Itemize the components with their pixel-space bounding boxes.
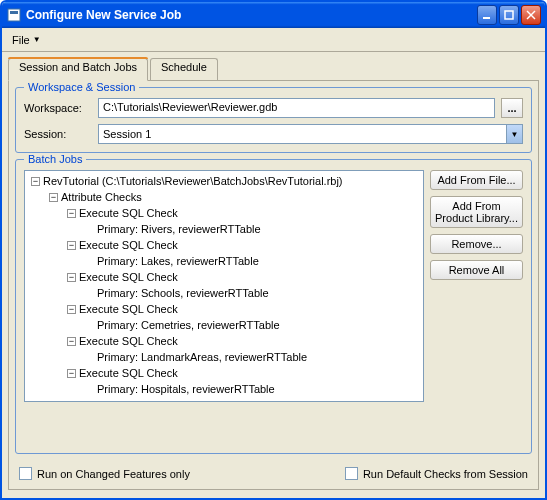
tree-row: Primary: LandmarkAreas, reviewerRTTable: [27, 349, 343, 365]
collapse-icon[interactable]: −: [49, 193, 58, 202]
button-label: Remove...: [451, 238, 501, 250]
collapse-icon[interactable]: −: [67, 209, 76, 218]
workspace-value: C:\Tutorials\Reviewer\Reviewer.gdb: [103, 101, 277, 113]
button-label: Product Library...: [435, 212, 518, 224]
tree-node-attr-checks[interactable]: Attribute Checks: [61, 189, 142, 205]
file-menu[interactable]: File ▼: [6, 32, 47, 48]
session-label: Session:: [24, 128, 92, 140]
group-title: Batch Jobs: [24, 153, 86, 165]
tree-node-sql-check[interactable]: Execute SQL Check: [79, 365, 178, 381]
collapse-icon[interactable]: −: [67, 241, 76, 250]
batch-jobs-tree[interactable]: −RevTutorial (C:\Tutorials\Reviewer\Batc…: [24, 170, 424, 402]
collapse-icon[interactable]: −: [67, 369, 76, 378]
tree-node-sql-check[interactable]: Execute SQL Check: [79, 269, 178, 285]
svg-rect-3: [505, 11, 513, 19]
tree-leaf[interactable]: Primary: LandmarkAreas, reviewerRTTable: [97, 349, 307, 365]
tree-row: Primary: Cemetries, reviewerRTTable: [27, 317, 343, 333]
tree-row: Primary: Rivers, reviewerRTTable: [27, 221, 343, 237]
close-button[interactable]: [521, 5, 541, 25]
run-changed-only-check[interactable]: Run on Changed Features only: [19, 467, 190, 480]
tree-leaf[interactable]: Primary: Rivers, reviewerRTTable: [97, 221, 261, 237]
tree-row: Primary: Hospitals, reviewerRTTable: [27, 381, 343, 397]
remove-all-button[interactable]: Remove All: [430, 260, 523, 280]
window-title: Configure New Service Job: [26, 8, 477, 22]
button-label: Add From: [452, 200, 500, 212]
tree-row: −Execute SQL Check: [27, 397, 343, 402]
tree-row: −Execute SQL Check: [27, 237, 343, 253]
collapse-icon[interactable]: −: [67, 273, 76, 282]
button-label: Add From File...: [437, 174, 515, 186]
tree-row: Primary: Lakes, reviewerRTTable: [27, 253, 343, 269]
checkbox-box[interactable]: [19, 467, 32, 480]
group-title: Workspace & Session: [24, 81, 139, 93]
tree-row: −Execute SQL Check: [27, 333, 343, 349]
tab-body: Workspace & Session Workspace: C:\Tutori…: [8, 80, 539, 490]
svg-rect-2: [483, 17, 490, 19]
workspace-row: Workspace: C:\Tutorials\Reviewer\Reviewe…: [24, 98, 523, 118]
batch-jobs-group: Batch Jobs −RevTutorial (C:\Tutorials\Re…: [15, 159, 532, 454]
checkbox-label: Run on Changed Features only: [37, 468, 190, 480]
button-label: Remove All: [449, 264, 505, 276]
browse-button[interactable]: ...: [501, 98, 523, 118]
tree-row: −Execute SQL Check: [27, 301, 343, 317]
collapse-icon[interactable]: −: [31, 177, 40, 186]
svg-rect-0: [8, 9, 20, 21]
collapse-icon[interactable]: −: [67, 337, 76, 346]
tree-node-sql-check[interactable]: Execute SQL Check: [79, 205, 178, 221]
file-menu-label: File: [12, 34, 30, 46]
chevron-down-icon: ▼: [33, 35, 41, 44]
remove-button[interactable]: Remove...: [430, 234, 523, 254]
titlebar: Configure New Service Job: [2, 2, 545, 28]
tree-row: Primary: Schools, reviewerRTTable: [27, 285, 343, 301]
maximize-button[interactable]: [499, 5, 519, 25]
add-from-product-library-button[interactable]: Add FromProduct Library...: [430, 196, 523, 228]
session-select[interactable]: Session 1 ▼: [98, 124, 523, 144]
window-frame: Configure New Service Job File ▼ Session…: [0, 0, 547, 500]
batch-body: −RevTutorial (C:\Tutorials\Reviewer\Batc…: [24, 170, 523, 402]
tree-leaf[interactable]: Primary: Lakes, reviewerRTTable: [97, 253, 259, 269]
svg-rect-1: [10, 11, 18, 14]
tab-label: Schedule: [161, 61, 207, 73]
workspace-label: Workspace:: [24, 102, 92, 114]
run-default-checks-check[interactable]: Run Default Checks from Session: [345, 467, 528, 480]
tree-node-sql-check[interactable]: Execute SQL Check: [79, 237, 178, 253]
session-row: Session: Session 1 ▼: [24, 124, 523, 144]
tree-row: −Execute SQL Check: [27, 365, 343, 381]
tree-row: −RevTutorial (C:\Tutorials\Reviewer\Batc…: [27, 173, 343, 189]
content-area: Session and Batch Jobs Schedule Workspac…: [2, 52, 545, 498]
add-from-file-button[interactable]: Add From File...: [430, 170, 523, 190]
collapse-icon[interactable]: −: [67, 305, 76, 314]
session-value: Session 1: [99, 128, 506, 140]
tab-session-batch-jobs[interactable]: Session and Batch Jobs: [8, 58, 148, 81]
checkbox-box[interactable]: [345, 467, 358, 480]
app-icon: [6, 7, 22, 23]
workspace-session-group: Workspace & Session Workspace: C:\Tutori…: [15, 87, 532, 153]
tree-leaf[interactable]: Primary: Hospitals, reviewerRTTable: [97, 381, 275, 397]
tree-node-sql-check[interactable]: Execute SQL Check: [79, 397, 178, 402]
checkbox-label: Run Default Checks from Session: [363, 468, 528, 480]
checkbox-row: Run on Changed Features only Run Default…: [15, 464, 532, 483]
ellipsis-icon: ...: [507, 102, 516, 114]
tree-node-root[interactable]: RevTutorial (C:\Tutorials\Reviewer\Batch…: [43, 173, 343, 189]
tab-strip: Session and Batch Jobs Schedule: [8, 58, 539, 80]
collapse-icon[interactable]: −: [67, 401, 76, 403]
tree-row: −Execute SQL Check: [27, 269, 343, 285]
button-column: Add From File... Add FromProduct Library…: [430, 170, 523, 402]
tree-node-sql-check[interactable]: Execute SQL Check: [79, 301, 178, 317]
tree-node-sql-check[interactable]: Execute SQL Check: [79, 333, 178, 349]
tab-label: Session and Batch Jobs: [19, 61, 137, 73]
tree-leaf[interactable]: Primary: Schools, reviewerRTTable: [97, 285, 269, 301]
tree-row: −Attribute Checks: [27, 189, 343, 205]
workspace-input[interactable]: C:\Tutorials\Reviewer\Reviewer.gdb: [98, 98, 495, 118]
tree-row: −Execute SQL Check: [27, 205, 343, 221]
tab-schedule[interactable]: Schedule: [150, 58, 218, 80]
window-controls: [477, 5, 541, 25]
chevron-down-icon: ▼: [506, 125, 522, 143]
menubar: File ▼: [2, 28, 545, 52]
tree-leaf[interactable]: Primary: Cemetries, reviewerRTTable: [97, 317, 280, 333]
minimize-button[interactable]: [477, 5, 497, 25]
